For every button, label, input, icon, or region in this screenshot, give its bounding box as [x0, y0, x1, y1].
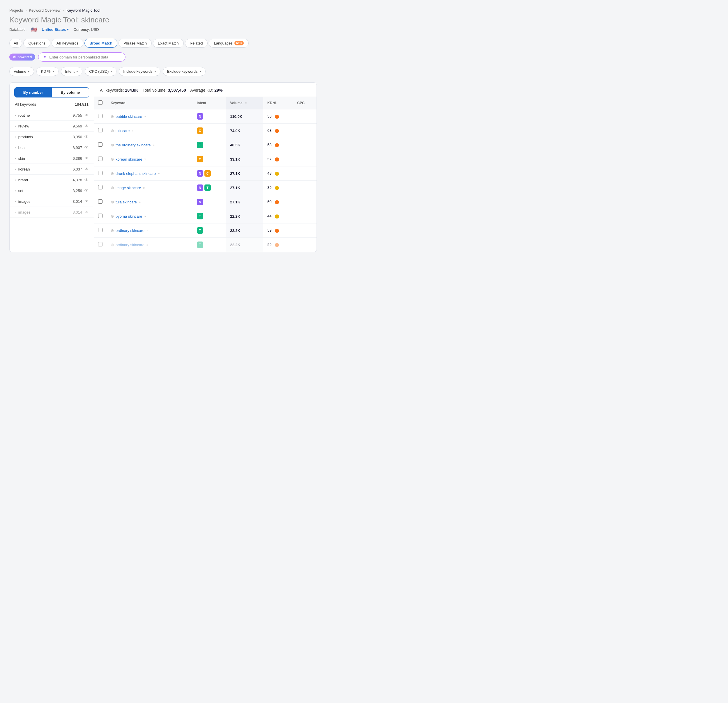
tab-all-keywords[interactable]: All Keywords: [52, 39, 83, 48]
cpc-cell: [293, 223, 316, 238]
tab-all[interactable]: All: [9, 39, 22, 48]
list-item[interactable]: › brand 4,378 👁: [10, 174, 94, 185]
tab-languages[interactable]: Languages beta: [209, 39, 249, 48]
eye-icon[interactable]: 👁: [84, 145, 88, 150]
keyword-link[interactable]: ⊕ tula skincare »: [111, 200, 189, 204]
add-keyword-icon: ⊕: [111, 157, 114, 161]
table-row: ⊕ byoma skincare » T 22.2K 44: [94, 209, 316, 223]
filter-cpc[interactable]: CPC (USD) ▾: [85, 67, 117, 76]
list-item[interactable]: › skin 6,386 👁: [10, 153, 94, 164]
keyword-link[interactable]: ⊕ the ordinary skincare »: [111, 143, 189, 147]
eye-icon[interactable]: 👁: [84, 177, 88, 182]
avg-kd-stat-value: 29%: [214, 88, 222, 92]
ai-domain-input[interactable]: ✦ Enter domain for personalized data: [38, 52, 126, 62]
list-item[interactable]: › set 3,259 👁: [10, 185, 94, 196]
tab-questions[interactable]: Questions: [23, 39, 51, 48]
list-item[interactable]: › review 9,569 👁: [10, 121, 94, 131]
list-item[interactable]: › korean 6,037 👁: [10, 164, 94, 174]
list-item[interactable]: › images 3,014 👁: [10, 196, 94, 207]
filter-intent[interactable]: Intent ▾: [61, 67, 83, 76]
row-checkbox[interactable]: [98, 242, 103, 246]
list-item[interactable]: › best 8,907 👁: [10, 142, 94, 153]
eye-icon[interactable]: 👁: [84, 156, 88, 161]
intent-group: N: [197, 199, 222, 205]
keyword-arrows-icon: »: [143, 186, 145, 189]
country-selector[interactable]: United States ▾: [42, 27, 69, 32]
kd-dot-icon: [275, 157, 279, 161]
filter-cpc-label: CPC (USD): [89, 69, 108, 73]
row-checkbox[interactable]: [98, 199, 103, 204]
sidebar-by-volume-btn[interactable]: By volume: [52, 88, 89, 97]
country-flag: 🇺🇸: [31, 27, 37, 32]
breadcrumb: Projects › Keyword Overview › Keyword Ma…: [9, 8, 317, 13]
sidebar: By number By volume All keywords 184,811…: [9, 82, 94, 252]
breadcrumb-overview[interactable]: Keyword Overview: [29, 8, 60, 13]
row-checkbox[interactable]: [98, 228, 103, 232]
filter-kd-chevron-icon: ▾: [52, 69, 54, 73]
sidebar-item-label: products: [18, 135, 67, 139]
keyword-text: ordinary skincare: [116, 243, 144, 247]
intent-badge-c: C: [197, 156, 203, 162]
list-item[interactable]: › images 3,014 👁: [10, 207, 94, 218]
keyword-link[interactable]: ⊕ skincare »: [111, 128, 189, 133]
filter-volume[interactable]: Volume ▾: [9, 67, 34, 76]
list-item[interactable]: › products 8,950 👁: [10, 131, 94, 142]
breadcrumb-projects[interactable]: Projects: [9, 8, 23, 13]
keyword-link[interactable]: ⊕ ordinary skincare »: [111, 228, 189, 233]
table-row: ⊕ the ordinary skincare » T 40.5K 58: [94, 138, 316, 152]
tab-broad-match[interactable]: Broad Match: [84, 39, 117, 48]
eye-icon[interactable]: 👁: [84, 210, 88, 215]
sidebar-item-chevron-icon: ›: [15, 178, 16, 182]
sidebar-item-count: 9,569: [69, 124, 82, 128]
sidebar-all-label: All keywords: [15, 102, 36, 107]
eye-icon[interactable]: 👁: [84, 199, 88, 204]
row-checkbox[interactable]: [98, 157, 103, 161]
table-header-row: Keyword Intent Volume ≡ KD % CPC: [94, 97, 316, 109]
intent-group: T: [197, 142, 222, 148]
row-checkbox[interactable]: [98, 142, 103, 147]
keyword-arrows-icon: »: [146, 229, 148, 232]
filter-exclude-keywords[interactable]: Exclude keywords ▾: [163, 67, 206, 76]
filter-cpc-chevron-icon: ▾: [110, 69, 112, 73]
keyword-text: ordinary skincare: [116, 228, 144, 233]
row-checkbox[interactable]: [98, 185, 103, 189]
row-checkbox[interactable]: [98, 171, 103, 175]
eye-icon[interactable]: 👁: [84, 188, 88, 193]
kd-cell: 59: [263, 238, 293, 252]
filter-kd[interactable]: KD % ▾: [36, 67, 58, 76]
kd-cell: 57: [263, 152, 293, 166]
intent-badge-n: N: [197, 199, 203, 205]
keyword-arrows-icon: »: [139, 200, 141, 204]
eye-icon[interactable]: 👁: [84, 167, 88, 171]
eye-icon[interactable]: 👁: [84, 124, 88, 128]
sidebar-item-count: 6,386: [69, 156, 82, 161]
select-all-checkbox[interactable]: [98, 100, 103, 105]
keyword-arrows-icon: »: [131, 129, 133, 133]
row-checkbox[interactable]: [98, 114, 103, 118]
keyword-link[interactable]: ⊕ bubble skincare »: [111, 114, 189, 119]
tab-related[interactable]: Related: [185, 39, 208, 48]
cpc-cell: [293, 109, 316, 124]
row-checkbox-cell: [94, 223, 107, 238]
filter-exclude-label: Exclude keywords: [167, 69, 198, 73]
list-item[interactable]: › routine 9,755 👁: [10, 110, 94, 121]
eye-icon[interactable]: 👁: [84, 113, 88, 118]
sidebar-item-label: set: [18, 189, 67, 193]
filter-include-keywords[interactable]: Include keywords ▾: [119, 67, 160, 76]
kd-cell: 50: [263, 195, 293, 209]
row-checkbox[interactable]: [98, 213, 103, 218]
keyword-link[interactable]: ⊕ drunk elephant skincare »: [111, 171, 189, 176]
intent-cell: N: [193, 195, 226, 209]
keyword-link[interactable]: ⊕ ordinary skincare »: [111, 242, 189, 247]
volume-cell: 27.1K: [226, 166, 263, 181]
intent-cell: T: [193, 223, 226, 238]
tab-phrase-match[interactable]: Phrase Match: [118, 39, 152, 48]
row-checkbox[interactable]: [98, 128, 103, 133]
eye-icon[interactable]: 👁: [84, 134, 88, 139]
keyword-link[interactable]: ⊕ korean skincare »: [111, 157, 189, 161]
keyword-link[interactable]: ⊕ image skincare »: [111, 185, 189, 190]
tab-exact-match[interactable]: Exact Match: [153, 39, 184, 48]
sidebar-by-number-btn[interactable]: By number: [14, 88, 52, 97]
keyword-link[interactable]: ⊕ byoma skincare »: [111, 214, 189, 219]
filters-row: Volume ▾ KD % ▾ Intent ▾ CPC (USD) ▾ Inc…: [9, 67, 317, 76]
